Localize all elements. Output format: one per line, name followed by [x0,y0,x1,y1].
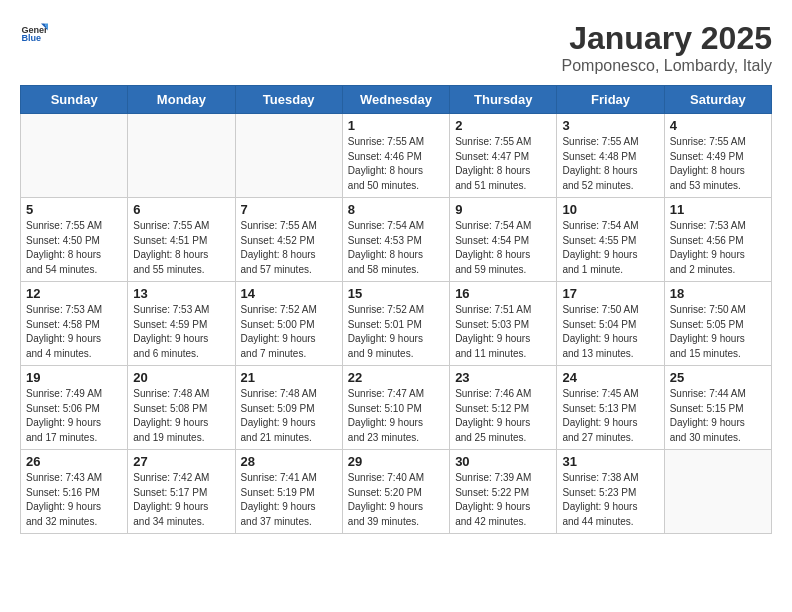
day-number: 17 [562,286,658,301]
calendar-cell: 12Sunrise: 7:53 AM Sunset: 4:58 PM Dayli… [21,282,128,366]
day-number: 1 [348,118,444,133]
day-info: Sunrise: 7:55 AM Sunset: 4:50 PM Dayligh… [26,219,122,277]
day-info: Sunrise: 7:55 AM Sunset: 4:49 PM Dayligh… [670,135,766,193]
day-number: 29 [348,454,444,469]
calendar-cell: 13Sunrise: 7:53 AM Sunset: 4:59 PM Dayli… [128,282,235,366]
weekday-header: Monday [128,86,235,114]
day-number: 25 [670,370,766,385]
weekday-header: Saturday [664,86,771,114]
calendar-cell: 31Sunrise: 7:38 AM Sunset: 5:23 PM Dayli… [557,450,664,534]
day-info: Sunrise: 7:55 AM Sunset: 4:48 PM Dayligh… [562,135,658,193]
day-number: 14 [241,286,337,301]
calendar-cell [664,450,771,534]
calendar-cell: 5Sunrise: 7:55 AM Sunset: 4:50 PM Daylig… [21,198,128,282]
day-number: 18 [670,286,766,301]
day-info: Sunrise: 7:41 AM Sunset: 5:19 PM Dayligh… [241,471,337,529]
day-number: 6 [133,202,229,217]
day-info: Sunrise: 7:42 AM Sunset: 5:17 PM Dayligh… [133,471,229,529]
day-number: 7 [241,202,337,217]
day-info: Sunrise: 7:52 AM Sunset: 5:01 PM Dayligh… [348,303,444,361]
day-info: Sunrise: 7:51 AM Sunset: 5:03 PM Dayligh… [455,303,551,361]
day-number: 15 [348,286,444,301]
calendar-cell: 4Sunrise: 7:55 AM Sunset: 4:49 PM Daylig… [664,114,771,198]
day-number: 5 [26,202,122,217]
day-number: 24 [562,370,658,385]
calendar-cell: 22Sunrise: 7:47 AM Sunset: 5:10 PM Dayli… [342,366,449,450]
day-info: Sunrise: 7:53 AM Sunset: 4:56 PM Dayligh… [670,219,766,277]
calendar-cell: 16Sunrise: 7:51 AM Sunset: 5:03 PM Dayli… [450,282,557,366]
day-info: Sunrise: 7:53 AM Sunset: 4:58 PM Dayligh… [26,303,122,361]
day-number: 11 [670,202,766,217]
weekday-header-row: SundayMondayTuesdayWednesdayThursdayFrid… [21,86,772,114]
header: General Blue January 2025 Pomponesco, Lo… [20,20,772,75]
day-number: 13 [133,286,229,301]
calendar-cell: 27Sunrise: 7:42 AM Sunset: 5:17 PM Dayli… [128,450,235,534]
day-info: Sunrise: 7:54 AM Sunset: 4:55 PM Dayligh… [562,219,658,277]
calendar-cell: 10Sunrise: 7:54 AM Sunset: 4:55 PM Dayli… [557,198,664,282]
day-info: Sunrise: 7:55 AM Sunset: 4:47 PM Dayligh… [455,135,551,193]
calendar-cell: 29Sunrise: 7:40 AM Sunset: 5:20 PM Dayli… [342,450,449,534]
calendar-cell: 25Sunrise: 7:44 AM Sunset: 5:15 PM Dayli… [664,366,771,450]
day-info: Sunrise: 7:47 AM Sunset: 5:10 PM Dayligh… [348,387,444,445]
svg-text:Blue: Blue [21,33,41,43]
day-info: Sunrise: 7:45 AM Sunset: 5:13 PM Dayligh… [562,387,658,445]
day-info: Sunrise: 7:43 AM Sunset: 5:16 PM Dayligh… [26,471,122,529]
day-number: 10 [562,202,658,217]
day-info: Sunrise: 7:38 AM Sunset: 5:23 PM Dayligh… [562,471,658,529]
calendar-cell: 8Sunrise: 7:54 AM Sunset: 4:53 PM Daylig… [342,198,449,282]
calendar-cell: 17Sunrise: 7:50 AM Sunset: 5:04 PM Dayli… [557,282,664,366]
calendar-cell: 28Sunrise: 7:41 AM Sunset: 5:19 PM Dayli… [235,450,342,534]
calendar-cell: 3Sunrise: 7:55 AM Sunset: 4:48 PM Daylig… [557,114,664,198]
weekday-header: Tuesday [235,86,342,114]
day-number: 20 [133,370,229,385]
day-number: 8 [348,202,444,217]
calendar-table: SundayMondayTuesdayWednesdayThursdayFrid… [20,85,772,534]
day-info: Sunrise: 7:49 AM Sunset: 5:06 PM Dayligh… [26,387,122,445]
calendar-cell: 14Sunrise: 7:52 AM Sunset: 5:00 PM Dayli… [235,282,342,366]
calendar-title: January 2025 [562,20,772,57]
day-info: Sunrise: 7:48 AM Sunset: 5:09 PM Dayligh… [241,387,337,445]
day-number: 27 [133,454,229,469]
day-info: Sunrise: 7:52 AM Sunset: 5:00 PM Dayligh… [241,303,337,361]
calendar-cell [128,114,235,198]
day-number: 9 [455,202,551,217]
day-info: Sunrise: 7:55 AM Sunset: 4:46 PM Dayligh… [348,135,444,193]
calendar-week-row: 5Sunrise: 7:55 AM Sunset: 4:50 PM Daylig… [21,198,772,282]
calendar-cell: 11Sunrise: 7:53 AM Sunset: 4:56 PM Dayli… [664,198,771,282]
day-number: 12 [26,286,122,301]
calendar-week-row: 1Sunrise: 7:55 AM Sunset: 4:46 PM Daylig… [21,114,772,198]
calendar-cell: 15Sunrise: 7:52 AM Sunset: 5:01 PM Dayli… [342,282,449,366]
calendar-cell [235,114,342,198]
logo: General Blue [20,20,48,48]
weekday-header: Sunday [21,86,128,114]
logo-icon: General Blue [20,20,48,48]
calendar-cell: 30Sunrise: 7:39 AM Sunset: 5:22 PM Dayli… [450,450,557,534]
day-number: 16 [455,286,551,301]
day-number: 28 [241,454,337,469]
calendar-week-row: 19Sunrise: 7:49 AM Sunset: 5:06 PM Dayli… [21,366,772,450]
day-info: Sunrise: 7:54 AM Sunset: 4:54 PM Dayligh… [455,219,551,277]
calendar-week-row: 26Sunrise: 7:43 AM Sunset: 5:16 PM Dayli… [21,450,772,534]
day-info: Sunrise: 7:44 AM Sunset: 5:15 PM Dayligh… [670,387,766,445]
day-number: 23 [455,370,551,385]
calendar-cell: 6Sunrise: 7:55 AM Sunset: 4:51 PM Daylig… [128,198,235,282]
day-number: 22 [348,370,444,385]
day-number: 21 [241,370,337,385]
day-number: 2 [455,118,551,133]
weekday-header: Friday [557,86,664,114]
title-section: January 2025 Pomponesco, Lombardy, Italy [562,20,772,75]
calendar-cell: 2Sunrise: 7:55 AM Sunset: 4:47 PM Daylig… [450,114,557,198]
day-number: 4 [670,118,766,133]
weekday-header: Thursday [450,86,557,114]
calendar-cell: 26Sunrise: 7:43 AM Sunset: 5:16 PM Dayli… [21,450,128,534]
day-info: Sunrise: 7:55 AM Sunset: 4:52 PM Dayligh… [241,219,337,277]
day-number: 3 [562,118,658,133]
weekday-header: Wednesday [342,86,449,114]
calendar-cell [21,114,128,198]
calendar-cell: 9Sunrise: 7:54 AM Sunset: 4:54 PM Daylig… [450,198,557,282]
day-info: Sunrise: 7:55 AM Sunset: 4:51 PM Dayligh… [133,219,229,277]
day-info: Sunrise: 7:46 AM Sunset: 5:12 PM Dayligh… [455,387,551,445]
calendar-week-row: 12Sunrise: 7:53 AM Sunset: 4:58 PM Dayli… [21,282,772,366]
calendar-cell: 19Sunrise: 7:49 AM Sunset: 5:06 PM Dayli… [21,366,128,450]
calendar-cell: 7Sunrise: 7:55 AM Sunset: 4:52 PM Daylig… [235,198,342,282]
